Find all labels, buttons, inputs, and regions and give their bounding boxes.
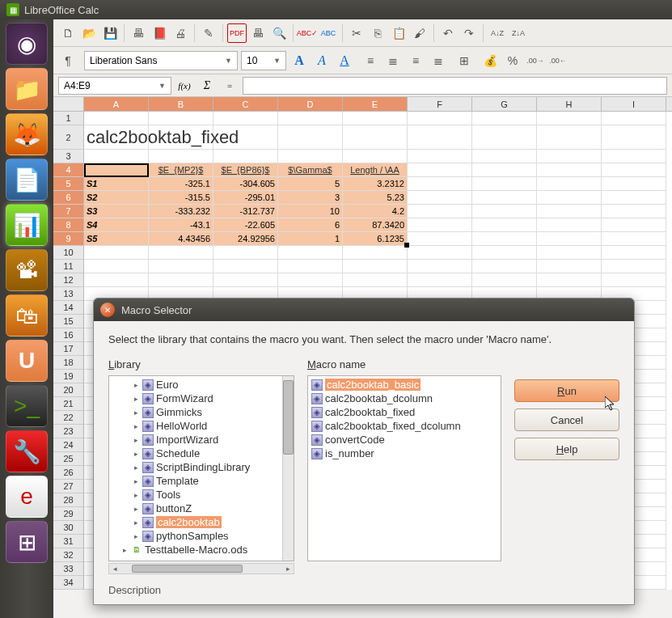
align-center-icon[interactable]: ≣ <box>383 51 403 70</box>
dialog-titlebar[interactable]: ✕ Macro Selector <box>94 298 634 321</box>
row-header[interactable]: 18 <box>53 356 84 370</box>
cell[interactable]: $E_{MP2}$ <box>149 163 213 177</box>
library-item[interactable]: ▸◈Gimmicks <box>109 405 294 419</box>
expand-icon[interactable]: ▸ <box>132 477 140 485</box>
print-icon[interactable]: 🖶 <box>129 23 148 43</box>
cell[interactable]: -43.1 <box>149 218 213 232</box>
launcher-dash[interactable]: ◉ <box>6 23 48 65</box>
macro-item[interactable]: ◈convertCode <box>308 433 501 447</box>
save-icon[interactable]: 💾 <box>100 23 120 43</box>
launcher-settings[interactable]: 🔧 <box>6 430 48 472</box>
currency-icon[interactable]: 💰 <box>480 51 500 70</box>
cell[interactable]: 87.3420 <box>343 218 408 232</box>
launcher-calc[interactable]: 📊 <box>6 204 48 246</box>
launcher-evince[interactable]: e <box>6 476 48 518</box>
sum-icon[interactable]: Σ <box>197 77 217 95</box>
cell[interactable]: 6 <box>278 218 343 232</box>
align-left-icon[interactable]: ≡ <box>361 51 380 70</box>
cell[interactable]: -325.1 <box>149 177 213 191</box>
print-preview-icon[interactable]: 🖨 <box>171 23 190 43</box>
formula-input[interactable] <box>243 77 667 95</box>
align-right-icon[interactable]: ≡ <box>406 51 425 70</box>
decimal-add-icon[interactable]: .00→ <box>526 51 545 70</box>
row-header[interactable]: 7 <box>53 205 84 218</box>
row-header[interactable]: 1 <box>53 112 84 125</box>
row-header[interactable]: 23 <box>53 425 84 438</box>
close-icon[interactable]: ✕ <box>100 303 115 317</box>
cell[interactable]: 5.23 <box>343 191 408 205</box>
run-button[interactable]: Run <box>514 379 619 402</box>
name-box[interactable]: A4:E9 ▼ <box>58 77 171 95</box>
cell[interactable]: S3 <box>84 205 149 218</box>
export-pdf-icon[interactable]: 📕 <box>150 23 169 43</box>
col-header-g[interactable]: G <box>472 97 537 111</box>
cell[interactable]: -304.605 <box>213 177 278 191</box>
cut-icon[interactable]: ✂ <box>347 23 366 43</box>
cell[interactable]: -312.737 <box>213 205 278 218</box>
cell[interactable]: $E_{BP86}$ <box>213 163 278 177</box>
library-item[interactable]: ▸◈Template <box>109 474 294 488</box>
function-wizard-icon[interactable]: f(x) <box>175 77 194 95</box>
row-header[interactable]: 15 <box>53 315 84 328</box>
percent-icon[interactable]: % <box>503 51 522 70</box>
row-header[interactable]: 10 <box>53 246 84 260</box>
cell[interactable]: 10 <box>278 205 343 218</box>
scrollbar-thumb[interactable] <box>283 380 294 454</box>
cell[interactable]: 5 <box>278 177 343 191</box>
row-header[interactable]: 27 <box>53 480 84 493</box>
title-cell[interactable]: calc2booktab_fixed <box>84 125 149 150</box>
sort-desc-icon[interactable]: Z↓A <box>509 23 528 43</box>
library-item[interactable]: ▸◈pythonSamples <box>109 529 294 543</box>
expand-icon[interactable]: ▸ <box>132 505 140 513</box>
scrollbar-horizontal[interactable]: ◂ ▸ <box>108 563 294 574</box>
launcher-terminal[interactable]: >_ <box>6 385 48 427</box>
col-header-d[interactable]: D <box>278 97 343 111</box>
scrollbar-thumb[interactable] <box>132 565 243 573</box>
library-item[interactable]: ▸◈Euro <box>109 378 294 392</box>
cell[interactable]: S1 <box>84 177 149 191</box>
font-size-select[interactable]: 10 ▼ <box>241 51 286 70</box>
cell[interactable]: Length / \AA <box>343 163 408 177</box>
redo-icon[interactable]: ↷ <box>459 23 479 43</box>
underline-icon[interactable]: A <box>335 51 354 70</box>
row-header[interactable]: 11 <box>53 260 84 273</box>
expand-icon[interactable]: ▸ <box>132 422 140 430</box>
macro-item[interactable]: ◈calc2booktab_fixed_dcolumn <box>308 419 501 433</box>
undo-icon[interactable]: ↶ <box>438 23 458 43</box>
launcher-files[interactable]: 📁 <box>6 68 48 110</box>
cell[interactable]: 24.92956 <box>213 232 278 246</box>
expand-icon[interactable]: ▸ <box>120 546 129 554</box>
expand-icon[interactable]: ▸ <box>132 408 140 417</box>
expand-icon[interactable]: ▸ <box>132 532 140 540</box>
library-doc-item[interactable]: ▸🗎Testtabelle-Macro.ods <box>109 543 294 557</box>
col-header-c[interactable]: C <box>213 97 278 111</box>
new-doc-icon[interactable]: 🗋 <box>58 23 78 43</box>
row-header[interactable]: 13 <box>53 287 84 301</box>
row-header[interactable]: 25 <box>53 452 84 466</box>
cell[interactable]: 3.2312 <box>343 177 408 191</box>
row-header[interactable]: 14 <box>53 301 84 315</box>
cell[interactable]: S5 <box>84 232 149 246</box>
sort-asc-icon[interactable]: A↓Z <box>488 23 507 43</box>
library-item[interactable]: ▸◈ScriptBindingLibrary <box>109 460 294 474</box>
row-header[interactable]: 26 <box>53 466 84 480</box>
launcher-writer[interactable]: 📄 <box>6 159 48 201</box>
cell[interactable]: -315.5 <box>149 191 213 205</box>
expand-icon[interactable]: ▸ <box>132 381 140 389</box>
preview-icon[interactable]: 🔍 <box>269 23 289 43</box>
autospell-icon[interactable]: ABC <box>319 23 338 43</box>
row-header[interactable]: 6 <box>53 191 84 205</box>
col-header-i[interactable]: I <box>602 97 666 111</box>
scroll-left-icon[interactable]: ◂ <box>109 565 120 573</box>
scrollbar-vertical[interactable] <box>282 376 294 561</box>
cell[interactable]: 6.1235 <box>343 232 408 246</box>
spellcheck-icon[interactable]: ABC✓ <box>298 23 317 43</box>
launcher-impress[interactable]: 📽 <box>6 249 48 291</box>
format-paintbrush-icon[interactable]: 🖌 <box>410 23 429 43</box>
col-header-b[interactable]: B <box>149 97 213 111</box>
paste-icon[interactable]: 📋 <box>389 23 408 43</box>
macro-list[interactable]: ◈calc2booktab_basic◈calc2booktab_dcolumn… <box>307 375 501 561</box>
row-header[interactable]: 12 <box>53 273 84 287</box>
macro-item[interactable]: ◈calc2booktab_basic <box>308 378 501 392</box>
library-item[interactable]: ▸◈Tools <box>109 488 294 502</box>
